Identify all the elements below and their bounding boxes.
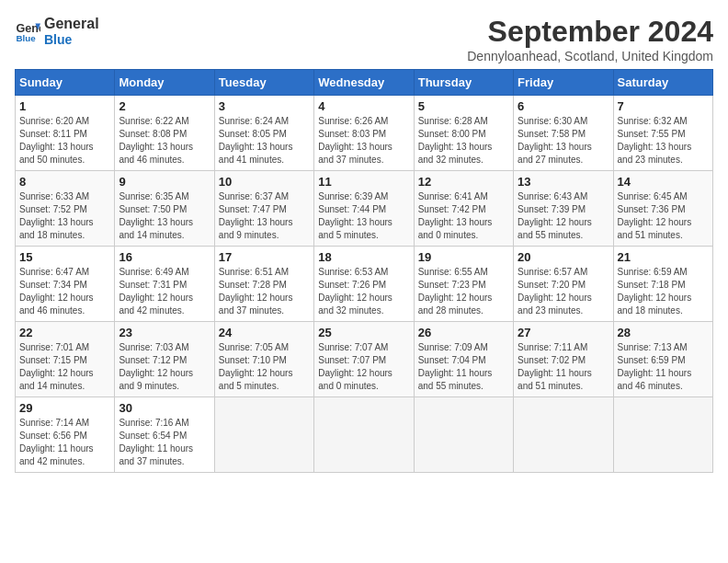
- calendar-cell: 13Sunrise: 6:43 AM Sunset: 7:39 PM Dayli…: [514, 171, 613, 247]
- day-number: 16: [119, 250, 210, 264]
- calendar-cell: 29Sunrise: 7:14 AM Sunset: 6:56 PM Dayli…: [16, 397, 115, 473]
- day-info: Sunrise: 6:51 AM Sunset: 7:28 PM Dayligh…: [219, 266, 310, 317]
- calendar-cell: 10Sunrise: 6:37 AM Sunset: 7:47 PM Dayli…: [214, 171, 313, 247]
- logo: General Blue General Blue: [15, 15, 99, 48]
- header: General Blue General Blue September 2024…: [15, 15, 713, 63]
- calendar-cell: 7Sunrise: 6:32 AM Sunset: 7:55 PM Daylig…: [613, 96, 712, 171]
- day-info: Sunrise: 6:37 AM Sunset: 7:47 PM Dayligh…: [219, 190, 310, 242]
- day-number: 21: [618, 250, 709, 264]
- calendar-cell: [414, 397, 513, 473]
- day-info: Sunrise: 6:39 AM Sunset: 7:44 PM Dayligh…: [318, 190, 409, 242]
- day-number: 22: [19, 326, 110, 339]
- calendar-table: SundayMondayTuesdayWednesdayThursdayFrid…: [15, 69, 713, 473]
- subtitle: Dennyloanhead, Scotland, United Kingdom: [467, 49, 713, 63]
- calendar-cell: [214, 397, 313, 473]
- calendar-cell: 19Sunrise: 6:55 AM Sunset: 7:23 PM Dayli…: [414, 247, 513, 322]
- day-number: 20: [518, 250, 609, 264]
- day-info: Sunrise: 6:35 AM Sunset: 7:50 PM Dayligh…: [119, 190, 210, 242]
- day-number: 18: [318, 250, 409, 264]
- month-title: September 2024: [467, 15, 713, 49]
- calendar-header-row: SundayMondayTuesdayWednesdayThursdayFrid…: [16, 70, 713, 96]
- day-info: Sunrise: 7:13 AM Sunset: 6:59 PM Dayligh…: [618, 341, 709, 393]
- col-header-thursday: Thursday: [414, 70, 513, 96]
- calendar-cell: 11Sunrise: 6:39 AM Sunset: 7:44 PM Dayli…: [314, 171, 414, 247]
- col-header-sunday: Sunday: [16, 70, 115, 96]
- day-number: 17: [219, 250, 310, 264]
- calendar-week-row: 1Sunrise: 6:20 AM Sunset: 8:11 PM Daylig…: [16, 96, 713, 171]
- day-info: Sunrise: 6:55 AM Sunset: 7:23 PM Dayligh…: [418, 266, 509, 317]
- day-number: 24: [219, 326, 310, 339]
- day-number: 28: [618, 326, 709, 339]
- day-info: Sunrise: 6:30 AM Sunset: 7:58 PM Dayligh…: [518, 115, 609, 167]
- day-info: Sunrise: 6:57 AM Sunset: 7:20 PM Dayligh…: [518, 266, 609, 317]
- title-block: September 2024 Dennyloanhead, Scotland, …: [467, 15, 713, 63]
- day-number: 3: [219, 99, 310, 113]
- col-header-monday: Monday: [115, 70, 214, 96]
- day-number: 7: [618, 99, 709, 113]
- calendar-cell: 20Sunrise: 6:57 AM Sunset: 7:20 PM Dayli…: [514, 247, 613, 322]
- day-info: Sunrise: 6:22 AM Sunset: 8:08 PM Dayligh…: [119, 115, 210, 167]
- calendar-cell: [314, 397, 414, 473]
- calendar-cell: 28Sunrise: 7:13 AM Sunset: 6:59 PM Dayli…: [613, 322, 712, 397]
- calendar-week-row: 22Sunrise: 7:01 AM Sunset: 7:15 PM Dayli…: [16, 322, 713, 397]
- day-number: 5: [418, 99, 509, 113]
- day-number: 30: [119, 401, 210, 415]
- calendar-cell: 21Sunrise: 6:59 AM Sunset: 7:18 PM Dayli…: [613, 247, 712, 322]
- day-number: 1: [19, 99, 110, 113]
- logo-general: General: [44, 15, 99, 32]
- calendar-cell: 8Sunrise: 6:33 AM Sunset: 7:52 PM Daylig…: [16, 171, 115, 247]
- calendar-cell: 3Sunrise: 6:24 AM Sunset: 8:05 PM Daylig…: [214, 96, 313, 171]
- day-info: Sunrise: 6:43 AM Sunset: 7:39 PM Dayligh…: [518, 190, 609, 242]
- day-info: Sunrise: 6:28 AM Sunset: 8:00 PM Dayligh…: [418, 115, 509, 167]
- day-number: 6: [518, 99, 609, 113]
- day-info: Sunrise: 7:03 AM Sunset: 7:12 PM Dayligh…: [119, 341, 210, 393]
- day-number: 23: [119, 326, 210, 339]
- day-number: 29: [19, 401, 110, 415]
- day-info: Sunrise: 7:01 AM Sunset: 7:15 PM Dayligh…: [19, 341, 110, 393]
- day-info: Sunrise: 7:14 AM Sunset: 6:56 PM Dayligh…: [19, 417, 110, 468]
- calendar-week-row: 29Sunrise: 7:14 AM Sunset: 6:56 PM Dayli…: [16, 397, 713, 473]
- day-number: 27: [518, 326, 609, 339]
- day-info: Sunrise: 7:07 AM Sunset: 7:07 PM Dayligh…: [318, 341, 409, 393]
- calendar-cell: 16Sunrise: 6:49 AM Sunset: 7:31 PM Dayli…: [115, 247, 214, 322]
- day-info: Sunrise: 7:16 AM Sunset: 6:54 PM Dayligh…: [119, 417, 210, 468]
- calendar-cell: 4Sunrise: 6:26 AM Sunset: 8:03 PM Daylig…: [314, 96, 414, 171]
- calendar-cell: 22Sunrise: 7:01 AM Sunset: 7:15 PM Dayli…: [16, 322, 115, 397]
- day-number: 8: [19, 175, 110, 189]
- day-info: Sunrise: 7:11 AM Sunset: 7:02 PM Dayligh…: [518, 341, 609, 393]
- day-info: Sunrise: 6:33 AM Sunset: 7:52 PM Dayligh…: [19, 190, 110, 242]
- day-number: 10: [219, 175, 310, 189]
- calendar-cell: 14Sunrise: 6:45 AM Sunset: 7:36 PM Dayli…: [613, 171, 712, 247]
- day-number: 13: [518, 175, 609, 189]
- day-info: Sunrise: 6:20 AM Sunset: 8:11 PM Dayligh…: [19, 115, 110, 167]
- day-number: 15: [19, 250, 110, 264]
- day-number: 4: [318, 99, 409, 113]
- calendar-cell: 6Sunrise: 6:30 AM Sunset: 7:58 PM Daylig…: [514, 96, 613, 171]
- calendar-cell: 1Sunrise: 6:20 AM Sunset: 8:11 PM Daylig…: [16, 96, 115, 171]
- calendar-cell: 24Sunrise: 7:05 AM Sunset: 7:10 PM Dayli…: [214, 322, 313, 397]
- calendar-cell: 18Sunrise: 6:53 AM Sunset: 7:26 PM Dayli…: [314, 247, 414, 322]
- calendar-cell: 26Sunrise: 7:09 AM Sunset: 7:04 PM Dayli…: [414, 322, 513, 397]
- day-number: 12: [418, 175, 509, 189]
- col-header-friday: Friday: [514, 70, 613, 96]
- logo-blue: Blue: [44, 32, 99, 48]
- day-number: 11: [318, 175, 409, 189]
- calendar-cell: 5Sunrise: 6:28 AM Sunset: 8:00 PM Daylig…: [414, 96, 513, 171]
- calendar-cell: 17Sunrise: 6:51 AM Sunset: 7:28 PM Dayli…: [214, 247, 313, 322]
- calendar-cell: 23Sunrise: 7:03 AM Sunset: 7:12 PM Dayli…: [115, 322, 214, 397]
- calendar-cell: [514, 397, 613, 473]
- day-info: Sunrise: 6:32 AM Sunset: 7:55 PM Dayligh…: [618, 115, 709, 167]
- day-number: 9: [119, 175, 210, 189]
- calendar-cell: 30Sunrise: 7:16 AM Sunset: 6:54 PM Dayli…: [115, 397, 214, 473]
- day-number: 25: [318, 326, 409, 339]
- calendar-cell: 12Sunrise: 6:41 AM Sunset: 7:42 PM Dayli…: [414, 171, 513, 247]
- day-number: 2: [119, 99, 210, 113]
- calendar-cell: 27Sunrise: 7:11 AM Sunset: 7:02 PM Dayli…: [514, 322, 613, 397]
- svg-text:Blue: Blue: [16, 33, 36, 43]
- day-info: Sunrise: 6:26 AM Sunset: 8:03 PM Dayligh…: [318, 115, 409, 167]
- day-info: Sunrise: 7:09 AM Sunset: 7:04 PM Dayligh…: [418, 341, 509, 393]
- calendar-cell: 15Sunrise: 6:47 AM Sunset: 7:34 PM Dayli…: [16, 247, 115, 322]
- day-info: Sunrise: 6:59 AM Sunset: 7:18 PM Dayligh…: [618, 266, 709, 317]
- calendar-cell: 25Sunrise: 7:07 AM Sunset: 7:07 PM Dayli…: [314, 322, 414, 397]
- day-info: Sunrise: 6:24 AM Sunset: 8:05 PM Dayligh…: [219, 115, 310, 167]
